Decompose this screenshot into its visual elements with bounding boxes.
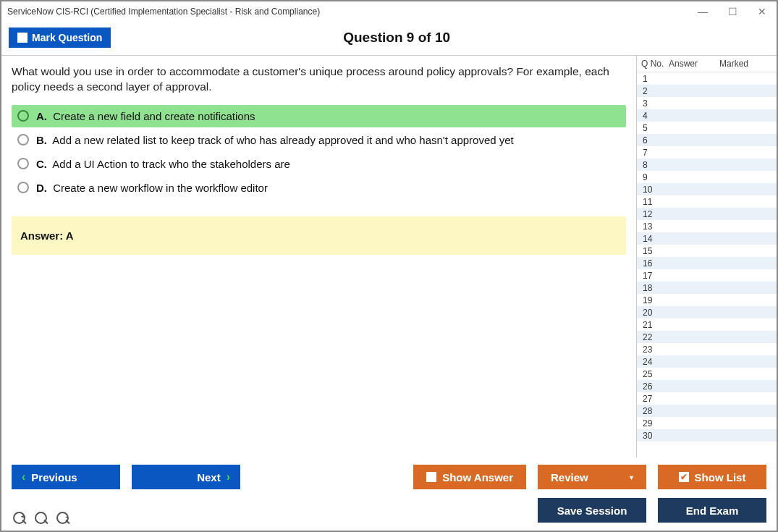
question-list-row[interactable]: 30 bbox=[637, 429, 777, 442]
qno-cell: 17 bbox=[637, 271, 669, 281]
col-qno: Q No. bbox=[637, 59, 669, 69]
question-list-panel: Q No. Answer Marked 12345678910111213141… bbox=[636, 56, 777, 457]
window-title: ServiceNow CIS-RCI (Certified Implementa… bbox=[7, 7, 693, 17]
options-list: A. Create a new field and create notific… bbox=[12, 105, 626, 199]
question-list-row[interactable]: 1 bbox=[637, 72, 777, 85]
qno-cell: 3 bbox=[637, 98, 669, 109]
title-bar: ServiceNow CIS-RCI (Certified Implementa… bbox=[1, 1, 777, 22]
question-list-row[interactable]: 4 bbox=[637, 109, 777, 122]
question-list-row[interactable]: 2 bbox=[637, 85, 777, 97]
question-text: What would you use in order to accommoda… bbox=[12, 64, 626, 95]
next-label: Next bbox=[197, 471, 221, 484]
question-list-row[interactable]: 16 bbox=[637, 257, 777, 269]
question-list-row[interactable]: 6 bbox=[637, 134, 777, 146]
option-text: D. Create a new workflow in the workflow… bbox=[36, 182, 268, 194]
question-list-row[interactable]: 12 bbox=[637, 208, 777, 220]
col-marked: Marked bbox=[719, 59, 777, 69]
qno-cell: 5 bbox=[637, 123, 669, 133]
question-list-row[interactable]: 28 bbox=[637, 405, 777, 417]
question-list-row[interactable]: 10 bbox=[637, 183, 777, 195]
qno-cell: 15 bbox=[637, 246, 669, 256]
answer-box: Answer: A bbox=[12, 216, 626, 255]
question-list-row[interactable]: 19 bbox=[637, 294, 777, 306]
qno-cell: 28 bbox=[637, 406, 669, 416]
question-list-row[interactable]: 29 bbox=[637, 417, 777, 429]
qno-cell: 27 bbox=[637, 394, 669, 404]
option-text: C. Add a UI Action to track who the stak… bbox=[36, 158, 290, 170]
qno-cell: 18 bbox=[637, 283, 669, 293]
show-answer-button[interactable]: Show Answer bbox=[413, 465, 526, 489]
option-row[interactable]: D. Create a new workflow in the workflow… bbox=[12, 177, 626, 199]
question-list-row[interactable]: 5 bbox=[637, 122, 777, 134]
question-list-row[interactable]: 22 bbox=[637, 331, 777, 343]
option-row[interactable]: A. Create a new field and create notific… bbox=[12, 105, 626, 127]
qno-cell: 2 bbox=[637, 86, 669, 96]
question-list-row[interactable]: 9 bbox=[637, 171, 777, 183]
question-list[interactable]: 1234567891011121314151617181920212223242… bbox=[637, 72, 777, 457]
qno-cell: 26 bbox=[637, 381, 669, 392]
question-list-row[interactable]: 8 bbox=[637, 159, 777, 171]
option-row[interactable]: C. Add a UI Action to track who the stak… bbox=[12, 153, 626, 175]
qno-cell: 13 bbox=[637, 221, 669, 232]
save-session-button[interactable]: Save Session bbox=[538, 498, 646, 523]
qno-cell: 14 bbox=[637, 234, 669, 244]
question-list-row[interactable]: 20 bbox=[637, 306, 777, 318]
chevron-right-icon: › bbox=[227, 470, 230, 484]
previous-label: Previous bbox=[31, 471, 77, 484]
qno-cell: 20 bbox=[637, 308, 669, 318]
qno-cell: 24 bbox=[637, 357, 669, 367]
qno-cell: 9 bbox=[637, 172, 669, 182]
question-list-row[interactable]: 18 bbox=[637, 282, 777, 294]
top-bar: Mark Question Question 9 of 10 bbox=[1, 22, 777, 56]
radio-icon bbox=[17, 158, 29, 169]
question-list-row[interactable]: 26 bbox=[637, 380, 777, 392]
question-content: What would you use in order to accommoda… bbox=[1, 56, 636, 457]
end-exam-button[interactable]: End Exam bbox=[658, 498, 766, 523]
minimize-icon[interactable]: — bbox=[693, 6, 712, 17]
chevron-left-icon: ‹ bbox=[22, 470, 25, 484]
question-list-header: Q No. Answer Marked bbox=[637, 56, 777, 72]
show-list-button[interactable]: ✔ Show List bbox=[658, 465, 766, 489]
qno-cell: 6 bbox=[637, 135, 669, 145]
qno-cell: 25 bbox=[637, 369, 669, 379]
option-row[interactable]: B. Add a new related list to keep track … bbox=[12, 129, 626, 151]
qno-cell: 23 bbox=[637, 345, 669, 355]
radio-icon bbox=[17, 110, 29, 122]
review-button[interactable]: Review ▾ bbox=[538, 465, 646, 489]
question-list-row[interactable]: 13 bbox=[637, 220, 777, 232]
maximize-icon[interactable]: ☐ bbox=[724, 6, 742, 17]
bottom-bar: ‹ Previous Next › Show Answer Review ▾ ✔… bbox=[1, 457, 777, 527]
qno-cell: 16 bbox=[637, 258, 669, 269]
question-list-row[interactable]: 23 bbox=[637, 343, 777, 355]
qno-cell: 21 bbox=[637, 320, 669, 330]
window-controls: — ☐ ✕ bbox=[693, 6, 771, 17]
question-list-row[interactable]: 25 bbox=[637, 368, 777, 380]
question-list-row[interactable]: 21 bbox=[637, 318, 777, 331]
qno-cell: 10 bbox=[637, 185, 669, 195]
radio-icon bbox=[17, 134, 29, 145]
previous-button[interactable]: ‹ Previous bbox=[12, 465, 120, 489]
qno-cell: 11 bbox=[637, 197, 669, 207]
option-text: A. Create a new field and create notific… bbox=[36, 110, 255, 122]
question-list-row[interactable]: 11 bbox=[637, 195, 777, 208]
question-list-row[interactable]: 14 bbox=[637, 232, 777, 245]
question-list-row[interactable]: 27 bbox=[637, 392, 777, 405]
question-list-row[interactable]: 24 bbox=[637, 355, 777, 368]
question-list-row[interactable]: 17 bbox=[637, 269, 777, 282]
close-icon[interactable]: ✕ bbox=[753, 6, 771, 17]
end-exam-label: End Exam bbox=[686, 504, 739, 517]
review-label: Review bbox=[551, 471, 588, 484]
qno-cell: 4 bbox=[637, 111, 669, 121]
question-list-row[interactable]: 7 bbox=[637, 146, 777, 159]
qno-cell: 12 bbox=[637, 209, 669, 219]
button-row-2: + - Save Session End Exam bbox=[12, 498, 766, 523]
dropdown-icon: ▾ bbox=[630, 473, 633, 481]
question-list-row[interactable]: 3 bbox=[637, 97, 777, 109]
show-answer-label: Show Answer bbox=[442, 471, 513, 484]
next-button[interactable]: Next › bbox=[132, 465, 240, 489]
question-list-row[interactable]: 15 bbox=[637, 245, 777, 257]
checkbox-checked-icon: ✔ bbox=[679, 472, 689, 482]
qno-cell: 8 bbox=[637, 160, 669, 170]
main-area: What would you use in order to accommoda… bbox=[1, 56, 777, 457]
checkbox-icon bbox=[426, 472, 436, 482]
